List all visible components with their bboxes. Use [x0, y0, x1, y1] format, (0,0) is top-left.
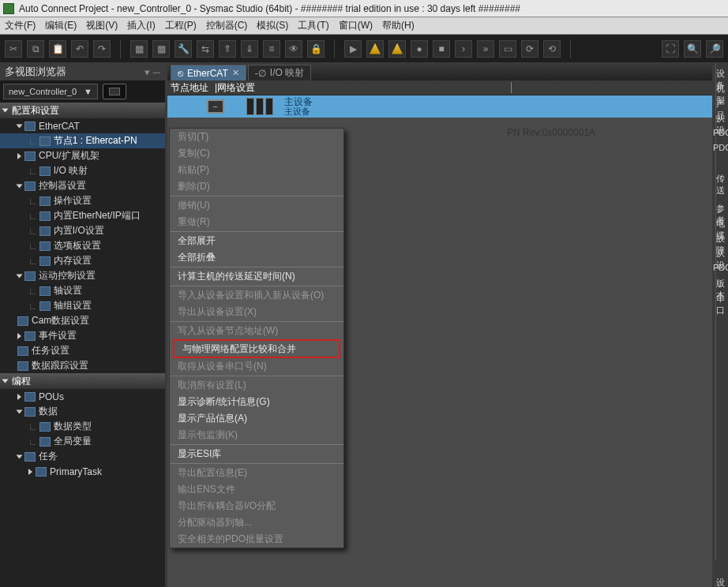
download-icon[interactable]: ⇓: [241, 40, 258, 58]
tree-item[interactable]: ∟全局变量: [0, 434, 165, 449]
tree-item[interactable]: 运动控制设置: [0, 268, 165, 283]
explorer-menu-icon[interactable]: ▾ ─: [144, 66, 160, 78]
refresh2-icon[interactable]: ⟲: [543, 40, 561, 58]
node-icon: [36, 467, 47, 477]
context-menu-item[interactable]: 显示诊断/统计信息(G): [170, 394, 343, 410]
context-menu-item[interactable]: 全部展开: [170, 233, 343, 249]
col-net-config: |网络设置: [212, 81, 258, 95]
sync-icon[interactable]: ⇆: [197, 40, 214, 58]
context-menu-item: 显示包监测(K): [170, 427, 343, 443]
tab-iomap[interactable]: -∅ I/O 映射: [248, 65, 311, 80]
menu-view[interactable]: 视图(V): [86, 19, 118, 32]
tree-item[interactable]: 控制器设置: [0, 178, 165, 193]
node-icon: [17, 361, 28, 371]
column-header: 节点地址 |网络设置: [167, 80, 712, 95]
context-menu-item: 复制(C): [170, 145, 343, 162]
tree-item[interactable]: ∟内置EtherNet/IP端口: [0, 208, 165, 223]
wrench-icon[interactable]: 🔧: [174, 40, 192, 58]
build2-icon[interactable]: ▦: [152, 40, 170, 58]
context-menu: 剪切(T)复制(C)粘贴(P)删除(D)撤销(U)重做(R)全部展开全部折叠计算…: [169, 128, 344, 548]
prop-label: 设备: [716, 68, 728, 80]
io-icon: -∅: [255, 68, 266, 79]
upload-icon[interactable]: ⇑: [219, 40, 236, 58]
tree-item[interactable]: Cam数据设置: [0, 313, 165, 328]
menu-project[interactable]: 工程(P): [165, 19, 197, 32]
tree-item[interactable]: 任务设置: [0, 343, 165, 358]
tree-item[interactable]: ∟轴设置: [0, 283, 165, 298]
tree-item[interactable]: 数据: [0, 404, 165, 419]
tree-item[interactable]: ∟操作设置: [0, 193, 165, 208]
context-menu-item[interactable]: 计算主机的传送延迟时间(N): [170, 268, 343, 285]
tree-item[interactable]: ∟内置I/O设置: [0, 223, 165, 238]
crop-icon[interactable]: ⛶: [662, 40, 679, 58]
monitor-icon[interactable]: 👁: [285, 40, 302, 58]
menu-file[interactable]: 文件(F): [5, 19, 36, 32]
lock-icon[interactable]: 🔒: [307, 40, 325, 58]
prop-label: 从设: [716, 248, 728, 260]
screen-icon[interactable]: ▭: [499, 40, 516, 58]
context-menu-item[interactable]: 全部折叠: [170, 249, 343, 266]
context-menu-item[interactable]: 与物理网络配置比较和合并: [173, 339, 340, 358]
warn2-icon[interactable]: [388, 40, 406, 58]
menu-edit[interactable]: 编辑(E): [45, 19, 77, 32]
context-menu-item[interactable]: 显示ESI库: [170, 446, 343, 462]
menu-insert[interactable]: 插入(I): [127, 19, 155, 32]
tree-item[interactable]: ∟选项板设置: [0, 238, 165, 253]
tree-item[interactable]: EtherCAT: [0, 118, 165, 133]
context-menu-item: 取消所有设置(L): [170, 377, 343, 394]
project-tree[interactable]: 配置和设置 EtherCAT∟节点1 : Ethercat-PNCPU/扩展机架…: [0, 103, 165, 587]
tree-item[interactable]: PrimaryTask: [0, 464, 165, 479]
tree-item[interactable]: ∟数据类型: [0, 419, 165, 434]
stop-icon[interactable]: ■: [433, 40, 450, 58]
copy-icon[interactable]: ⧉: [27, 40, 44, 58]
tree-item-label: 事件设置: [39, 329, 77, 342]
tree-item[interactable]: ∟I/O 映射: [0, 163, 165, 178]
tree-group-program[interactable]: 编程: [0, 373, 165, 389]
cut-icon[interactable]: ✂: [5, 40, 22, 58]
run-icon[interactable]: ●: [411, 40, 428, 58]
tree-item[interactable]: ∟轴组设置: [0, 298, 165, 313]
tree-item[interactable]: ∟节点1 : Ethercat-PN: [0, 133, 165, 148]
zoom-out-icon[interactable]: 🔎: [706, 40, 723, 58]
node-icon: [24, 151, 36, 161]
close-icon[interactable]: ✕: [232, 68, 239, 78]
menu-window[interactable]: 窗口(W): [339, 19, 373, 32]
tree-item[interactable]: 数据跟踪设置: [0, 358, 165, 373]
zoom-in-icon[interactable]: 🔍: [684, 40, 701, 58]
prop-label: 传送: [716, 173, 728, 185]
undo-icon[interactable]: ↶: [71, 40, 88, 58]
tree-item[interactable]: 事件设置: [0, 328, 165, 343]
collapse-icon[interactable]: −: [207, 99, 224, 114]
master-device-row[interactable]: − 主设备 主设备: [167, 95, 712, 118]
tree-item[interactable]: ∟内存设置: [0, 253, 165, 268]
tree-item-label: 内置I/O设置: [54, 224, 104, 237]
controller-select[interactable]: new_Controller_0 ▼: [3, 84, 98, 99]
device-revision: PN Rev:0x0000001A: [507, 127, 595, 138]
node-icon: [24, 181, 36, 191]
step-icon[interactable]: ›: [455, 40, 472, 58]
node-icon: [39, 286, 51, 296]
menu-help[interactable]: 帮助(H): [382, 19, 415, 32]
tab-ethercat[interactable]: ⎋ EtherCAT ✕: [171, 65, 246, 80]
tree-item[interactable]: CPU/扩展机架: [0, 148, 165, 163]
step2-icon[interactable]: »: [477, 40, 494, 58]
tree-item[interactable]: 任务: [0, 449, 165, 464]
node-icon: [24, 392, 36, 402]
warn1-icon[interactable]: [366, 40, 384, 58]
menu-tool[interactable]: 工具(T): [298, 19, 328, 32]
tree-group-config[interactable]: 配置和设置: [0, 103, 165, 118]
menu-controller[interactable]: 控制器(C): [206, 19, 248, 32]
redo-icon[interactable]: ↷: [93, 40, 111, 58]
menu-sim[interactable]: 模拟(S): [257, 19, 288, 32]
prop-label: PDC: [713, 263, 728, 275]
refresh-icon[interactable]: ⟳: [521, 40, 538, 58]
context-menu-item: 安全相关的PDO批量设置: [170, 531, 343, 548]
online-icon[interactable]: ▶: [344, 40, 362, 58]
build-icon[interactable]: ▦: [130, 40, 148, 58]
paste-icon[interactable]: 📋: [49, 40, 66, 58]
tree-item[interactable]: POUs: [0, 389, 165, 404]
window-title: Auto Connect Project - new_Controller_0 …: [19, 3, 520, 14]
app-icon: [3, 3, 14, 14]
compare-icon[interactable]: ≡: [263, 40, 280, 58]
context-menu-item[interactable]: 显示产品信息(A): [170, 410, 343, 427]
